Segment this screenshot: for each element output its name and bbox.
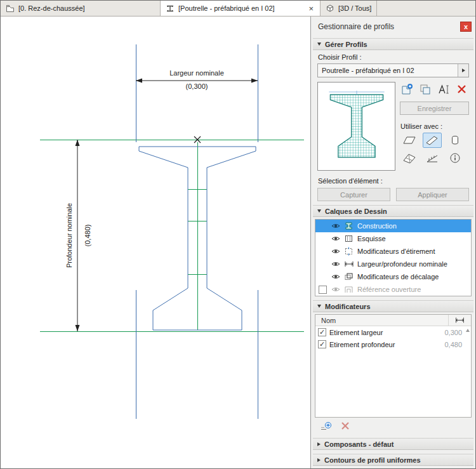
panel-title-bar[interactable]: Gestionnaire de profils x (313, 19, 473, 34)
layer-label: Modificateurs de décalage (357, 273, 439, 281)
tab-bar: [0. Rez-de-chaussée] [Poutrelle - préfab… (1, 1, 475, 17)
utiliser-avec-label: Utiliser avec : (400, 115, 469, 130)
delete-profile-icon[interactable] (455, 83, 469, 96)
flyout-arrow-icon (462, 69, 465, 72)
dropdown-flyout-button[interactable] (458, 64, 468, 77)
dim-width-value: (0,300) (186, 83, 208, 90)
modifier-toolbar (313, 418, 473, 434)
eye-icon[interactable] (331, 223, 340, 229)
section-label: Modificateurs (325, 303, 371, 310)
beam-icon[interactable] (423, 133, 442, 148)
rename-profile-icon[interactable] (437, 83, 451, 96)
duplicate-profile-icon[interactable] (418, 83, 432, 96)
delete-modifier-icon[interactable] (340, 421, 350, 432)
eye-icon[interactable] (331, 274, 340, 280)
modifiers-table-header[interactable]: Nom (315, 315, 471, 326)
profile-editor-canvas[interactable]: Largeur nominale (0,300) Profondeur nomi… (1, 17, 310, 468)
choisir-profil-label: Choisir Profil : (313, 50, 473, 62)
section-label: Composants - défaut (324, 440, 393, 448)
layer-checkbox[interactable] (319, 286, 327, 294)
section-header-calques[interactable]: Calques de Dessin (313, 205, 473, 217)
section-label: Calques de Dessin (325, 208, 387, 215)
section-header-modificateurs[interactable]: Modificateurs (313, 300, 473, 312)
modifier-checkbox[interactable] (318, 340, 326, 348)
profile-drawing: Largeur nominale (0,300) Profondeur nomi… (1, 17, 310, 468)
section-header-contours[interactable]: Contours de profil uniformes (313, 454, 473, 466)
eye-icon[interactable] (331, 235, 340, 242)
collapse-triangle-icon (317, 43, 321, 46)
layer-row-nominal-size[interactable]: Largeur/profondeur nominale (315, 258, 471, 270)
offset-modifier-layer-icon (343, 272, 354, 281)
sketch-layer-icon (343, 234, 354, 243)
save-profile-button[interactable]: Enregistrer (400, 102, 469, 115)
width-dimension[interactable]: Largeur nominale (0,300) (136, 69, 258, 90)
dim-width-label: Largeur nominale (169, 69, 224, 77)
modifier-name: Etirement profondeur (329, 341, 437, 348)
tab-floor-plan[interactable]: [0. Rez-de-chaussée] (1, 1, 161, 16)
dim-depth-value: (0,480) (84, 225, 91, 247)
layer-label: Construction (357, 222, 397, 230)
capture-button[interactable]: Capturer (317, 188, 390, 201)
depth-dimension[interactable]: Profondeur nominale (0,480) (65, 140, 91, 331)
section-header-composants[interactable]: Composants - défaut (313, 438, 473, 450)
profile-beam-icon (166, 4, 175, 13)
collapse-triangle-icon (317, 209, 321, 213)
collapse-triangle-icon (317, 442, 321, 446)
opening-reference-layer-icon (343, 285, 354, 294)
modifier-checkbox[interactable] (318, 328, 326, 336)
section-label: Gérer Profils (325, 41, 367, 48)
eye-icon[interactable] (331, 248, 340, 254)
layer-label: Largeur/profondeur nominale (357, 260, 447, 268)
section-header-gerer-profils[interactable]: Gérer Profils (313, 38, 473, 50)
tab-label: [Poutrelle - préfabriqué en I 02] (178, 4, 275, 12)
eye-icon[interactable] (331, 261, 340, 267)
column-icon[interactable] (446, 133, 465, 148)
collapse-triangle-icon (317, 305, 321, 308)
wall-icon[interactable] (400, 133, 419, 148)
layer-label: Modificateurs d'étirement (357, 248, 435, 255)
tab-profile-editor[interactable]: [Poutrelle - préfabriqué en I 02] × (161, 1, 321, 16)
add-modifier-icon[interactable] (320, 421, 332, 432)
modifier-value[interactable]: 0,300 (440, 329, 462, 336)
layer-row-esquisse[interactable]: Esquisse (315, 232, 471, 245)
panel-title: Gestionnaire de profils (318, 22, 394, 31)
section-label: Contours de profil uniformes (324, 456, 421, 464)
tab-3d[interactable]: [3D / Tous] (321, 1, 377, 16)
info-icon[interactable] (446, 150, 465, 166)
roof-icon[interactable] (400, 150, 419, 166)
layer-label: Référence ouverture (357, 286, 421, 293)
layer-row-stretch-modifiers[interactable]: Modificateurs d'étirement (315, 245, 471, 258)
modifier-row-profondeur[interactable]: Etirement profondeur 0,480 (315, 338, 471, 350)
selected-profile-name: Poutrelle - préfabriqué en I 02 (318, 67, 458, 74)
cube-3d-icon (326, 4, 334, 13)
eye-icon[interactable] (331, 286, 340, 293)
dim-depth-label: Profondeur nominale (65, 203, 73, 268)
tab-label: [0. Rez-de-chaussée] (18, 4, 85, 12)
profile-preview (317, 82, 395, 171)
nominal-size-layer-icon (343, 260, 354, 268)
profile-preview-image (324, 89, 390, 164)
layer-label: Esquisse (357, 235, 386, 242)
profile-select-dropdown[interactable]: Poutrelle - préfabriqué en I 02 (317, 63, 469, 77)
profile-manager-panel: Gestionnaire de profils x Gérer Profils … (310, 17, 475, 468)
modifier-row-largeur[interactable]: Etirement largeur 0,300 (315, 326, 471, 338)
tab-label: [3D / Tous] (338, 4, 371, 12)
floor-plan-icon (6, 4, 15, 13)
modifiers-table: Nom Etirement largeur 0,300 Etirement pr… (315, 314, 472, 418)
tab-close-icon[interactable]: × (307, 4, 315, 13)
modifier-name: Etirement largeur (329, 329, 437, 336)
layer-row-construction[interactable]: Construction (315, 220, 471, 232)
construction-layer-icon (343, 221, 354, 230)
layer-row-reference-ouverture[interactable]: Référence ouverture (315, 283, 471, 296)
column-header-nom: Nom (315, 317, 448, 324)
apply-button[interactable]: Appliquer (396, 188, 469, 201)
new-profile-icon[interactable] (400, 83, 414, 96)
layer-row-offset-modifiers[interactable]: Modificateurs de décalage (315, 270, 471, 283)
scroll-up-icon[interactable] (466, 329, 470, 332)
selection-element-label: Sélection d'élément : (313, 171, 473, 185)
archicad-window: [0. Rez-de-chaussée] [Poutrelle - préfab… (0, 0, 476, 469)
panel-close-icon[interactable]: x (460, 22, 472, 32)
railing-icon[interactable] (423, 150, 442, 166)
collapse-triangle-icon (317, 458, 321, 462)
modifier-value[interactable]: 0,480 (440, 341, 462, 348)
